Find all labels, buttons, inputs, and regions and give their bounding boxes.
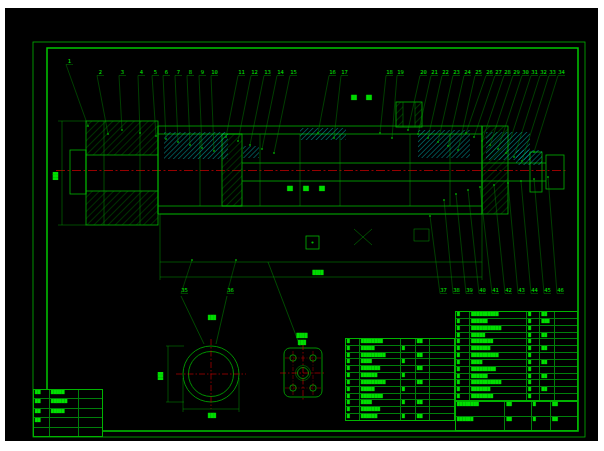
leader-dot: [507, 182, 509, 184]
part-callout-number: 6: [165, 69, 168, 75]
table-cell: █: [531, 417, 550, 431]
table-cell: ██: [34, 409, 49, 417]
leader-dot: [189, 144, 191, 146]
table-row: ██████████: [346, 365, 454, 372]
table-cell: ██: [34, 390, 49, 398]
table-cell: [539, 394, 554, 400]
part-callout-number: 20: [420, 69, 427, 75]
dimension-text: ██: [302, 185, 309, 192]
part-callout-number: 42: [505, 287, 512, 293]
leader-dot: [427, 137, 429, 139]
table-cell: ██: [34, 399, 49, 407]
part-callout-number: 9: [201, 69, 204, 75]
part-callout-number: 38: [453, 287, 460, 293]
leader-dot: [513, 156, 515, 158]
table-cell: [554, 394, 577, 400]
leader-dot: [273, 152, 275, 154]
dimension-text: ██: [286, 185, 293, 192]
screenshot-page: 1234567891011121314151617181920212223242…: [0, 0, 604, 451]
table-row: ███████: [346, 386, 454, 393]
leader-dot: [489, 144, 491, 146]
part-callout-number: 43: [518, 287, 525, 293]
table-row: ██: [34, 417, 102, 426]
part-callout-number: 13: [264, 69, 271, 75]
leader-dot: [417, 133, 419, 135]
leader-dot: [505, 152, 507, 154]
table-row: ████████████: [456, 352, 577, 359]
table-cell: █: [531, 402, 550, 416]
part-callout-number: 23: [453, 69, 460, 75]
leader-dot: [213, 150, 215, 152]
bom-continuation-table: ████████████████████████████████████████…: [345, 338, 455, 421]
leader-dot: [473, 136, 475, 138]
table-row: █████████████: [456, 379, 577, 386]
table-row: █████████████: [456, 325, 577, 332]
part-callout-number: 45: [544, 287, 551, 293]
table-cell: [34, 428, 49, 436]
table-cell: █: [526, 394, 539, 400]
leader-dot: [87, 125, 89, 127]
leader-dot: [177, 141, 179, 143]
parts-list-table: ████████████████████████████████████████…: [455, 311, 578, 401]
part-callout-number: 10: [211, 69, 218, 75]
table-cell: ██: [504, 402, 531, 416]
part-callout-number: 41: [492, 287, 499, 293]
part-callout-number: 11: [238, 69, 245, 75]
leader-dot: [457, 149, 459, 151]
leader-dot: [391, 137, 393, 139]
dimension-text: ███: [207, 314, 216, 321]
part-callout-number: 28: [504, 69, 511, 75]
table-row: ████████: [346, 399, 454, 406]
table-cell: ████████: [456, 402, 504, 416]
part-callout-number: 3: [121, 69, 124, 75]
leader-dot: [467, 189, 469, 191]
table-cell: ██: [550, 417, 577, 431]
table-row: ████████: [34, 398, 102, 407]
table-row: [34, 427, 102, 436]
part-callout-number: 32: [540, 69, 547, 75]
leader-dot: [429, 215, 431, 217]
table-cell: ██████: [456, 417, 504, 431]
table-cell: ██: [34, 418, 49, 426]
table-row: ██████████: [456, 338, 577, 345]
table-row: ██████: [346, 358, 454, 365]
part-callout-number: 46: [557, 287, 564, 293]
leader-dot: [533, 178, 535, 180]
revision-table: ████████████████████████: [33, 389, 103, 437]
leader-dot: [121, 129, 123, 131]
leader-dot: [547, 176, 549, 178]
table-cell: ████████: [469, 394, 526, 400]
table-row: ███████████: [456, 366, 577, 373]
dimension-text: ██: [350, 94, 357, 101]
part-callout-number: 35: [181, 287, 188, 293]
dimension-text: ██: [318, 185, 325, 192]
table-row: █████████: [456, 332, 577, 339]
part-callout-number: 12: [251, 69, 258, 75]
leader-dot: [317, 132, 319, 134]
leader-dot: [455, 193, 457, 195]
leader-dot: [333, 137, 335, 139]
part-callout-number: 33: [549, 69, 556, 75]
table-row: ████████: [346, 406, 454, 413]
dimension-text: ███: [297, 339, 306, 346]
table-row: ██████████: [456, 393, 577, 400]
part-callout-number: 19: [397, 69, 404, 75]
part-callout-number: 8: [189, 69, 192, 75]
part-callout-number: 39: [466, 287, 473, 293]
table-row: ██████████: [456, 373, 577, 380]
table-row: ████████: [456, 359, 577, 366]
leader-dot: [155, 135, 157, 137]
leader-dot: [407, 129, 409, 131]
leader-dot: [261, 148, 263, 150]
table-cell: ██: [504, 417, 531, 431]
leader-dot: [201, 147, 203, 149]
table-row: ██████████: [346, 413, 454, 420]
leader-dot: [249, 144, 251, 146]
leader-dot: [191, 259, 193, 261]
table-cell: [429, 414, 454, 420]
table-cell: ██: [550, 402, 577, 416]
part-callout-number: 26: [486, 69, 493, 75]
table-cell: █: [400, 414, 415, 420]
leader-dot: [225, 136, 227, 138]
table-cell: [78, 390, 102, 398]
